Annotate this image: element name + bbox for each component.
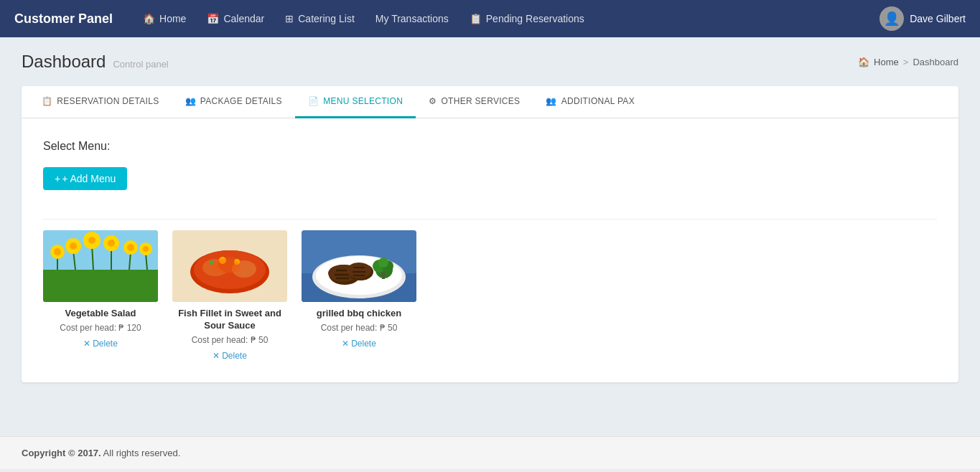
page-subtitle: Control panel <box>113 59 168 70</box>
tab-pax-icon: 👥 <box>546 96 556 106</box>
chicken-name: grilled bbq chicken <box>302 308 416 320</box>
footer-rights: All rights reserved. <box>101 448 181 458</box>
brand-link[interactable]: Customer Panel <box>14 11 113 27</box>
breadcrumb-home-icon: 🏠 <box>858 57 869 67</box>
menu-item-fish: Fish Fillet in Sweet and Sour Sauce Cost… <box>172 230 287 361</box>
navbar: Customer Panel 🏠 Home 📅 Calendar ⊞ Cater… <box>0 0 980 37</box>
divider <box>43 219 937 220</box>
nav-links: 🏠 Home 📅 Calendar ⊞ Catering List My Tra… <box>134 9 879 29</box>
card-body: Select Menu: + + Add Menu <box>22 118 958 382</box>
catering-icon: ⊞ <box>285 13 294 24</box>
tab-package-icon: 👥 <box>185 96 196 106</box>
tab-reservation[interactable]: 📋 RESERVATION DETAILS <box>29 86 172 118</box>
calendar-icon: 📅 <box>207 13 219 24</box>
nav-calendar[interactable]: 📅 Calendar <box>198 9 273 29</box>
main-content: Dashboard Control panel 🏠 Home > Dashboa… <box>0 37 980 436</box>
section-title: Select Menu: <box>43 140 937 153</box>
delete-x-icon: ✕ <box>83 339 90 349</box>
page-title-area: Dashboard Control panel <box>22 52 169 72</box>
breadcrumb: 🏠 Home > Dashboard <box>858 57 958 67</box>
nav-reservations[interactable]: 📋 Pending Reservations <box>461 9 593 29</box>
brand-bold: Panel <box>75 11 113 26</box>
salad-cost: Cost per head: ₱ 120 <box>43 323 158 333</box>
svg-point-29 <box>212 259 241 273</box>
breadcrumb-separator: > <box>903 57 909 67</box>
salad-delete-button[interactable]: ✕ Delete <box>83 339 118 349</box>
user-name: Dave Gilbert <box>910 13 966 24</box>
salad-name: Vegetable Salad <box>43 308 158 320</box>
chicken-cost: Cost per head: ₱ 50 <box>302 323 416 333</box>
reservations-icon: 📋 <box>470 13 482 24</box>
footer-copyright: Copyright © 2017. <box>22 448 101 458</box>
menu-item-chicken-image <box>302 230 416 302</box>
breadcrumb-home[interactable]: Home <box>874 57 899 67</box>
nav-catering[interactable]: ⊞ Catering List <box>276 9 363 29</box>
svg-point-16 <box>127 244 134 251</box>
menu-item-salad: Vegetable Salad Cost per head: ₱ 120 ✕ D… <box>43 230 158 361</box>
menu-item-salad-image <box>43 230 158 302</box>
user-menu[interactable]: 👤 Dave Gilbert <box>879 6 966 31</box>
svg-rect-1 <box>43 270 158 302</box>
home-icon: 🏠 <box>143 13 155 24</box>
svg-point-4 <box>54 248 61 255</box>
page-title: Dashboard <box>22 52 106 72</box>
plus-icon: + <box>55 173 60 184</box>
chicken-delete-button[interactable]: ✕ Delete <box>342 339 376 349</box>
fish-delete-button[interactable]: ✕ Delete <box>213 351 247 361</box>
nav-home[interactable]: 🏠 Home <box>134 9 195 29</box>
svg-point-13 <box>108 240 115 247</box>
avatar: 👤 <box>879 6 904 31</box>
delete-x-icon3: ✕ <box>342 339 349 349</box>
add-menu-button[interactable]: + + Add Menu <box>43 167 127 190</box>
footer: Copyright © 2017. All rights reserved. <box>0 436 980 469</box>
svg-point-10 <box>88 237 95 244</box>
tab-pax[interactable]: 👥 ADDITIONAL PAX <box>533 86 648 118</box>
tab-menu[interactable]: 📄 MENU SELECTION <box>295 86 416 118</box>
tab-menu-icon: 📄 <box>308 96 319 106</box>
fish-name: Fish Fillet in Sweet and Sour Sauce <box>172 308 287 332</box>
main-card: 📋 RESERVATION DETAILS 👥 PACKAGE DETAILS … <box>22 86 958 382</box>
tab-reservation-icon: 📋 <box>42 96 52 106</box>
menu-item-chicken: grilled bbq chicken Cost per head: ₱ 50 … <box>302 230 416 361</box>
svg-point-7 <box>70 242 77 250</box>
svg-point-19 <box>143 246 149 252</box>
brand-normal: Customer <box>14 11 75 26</box>
menu-item-fish-image <box>172 230 287 302</box>
fish-cost: Cost per head: ₱ 50 <box>172 335 287 345</box>
breadcrumb-current: Dashboard <box>913 57 958 67</box>
delete-x-icon2: ✕ <box>213 351 220 361</box>
tabs: 📋 RESERVATION DETAILS 👥 PACKAGE DETAILS … <box>22 86 958 118</box>
svg-point-37 <box>378 258 388 268</box>
tab-other[interactable]: ⚙ OTHER SERVICES <box>416 86 533 118</box>
menu-grid: Vegetable Salad Cost per head: ₱ 120 ✕ D… <box>43 230 937 361</box>
nav-transactions[interactable]: My Transactions <box>367 9 457 29</box>
tab-other-icon: ⚙ <box>429 96 437 106</box>
page-header: Dashboard Control panel 🏠 Home > Dashboa… <box>22 52 958 72</box>
svg-rect-38 <box>382 272 385 279</box>
tab-package[interactable]: 👥 PACKAGE DETAILS <box>172 86 295 118</box>
